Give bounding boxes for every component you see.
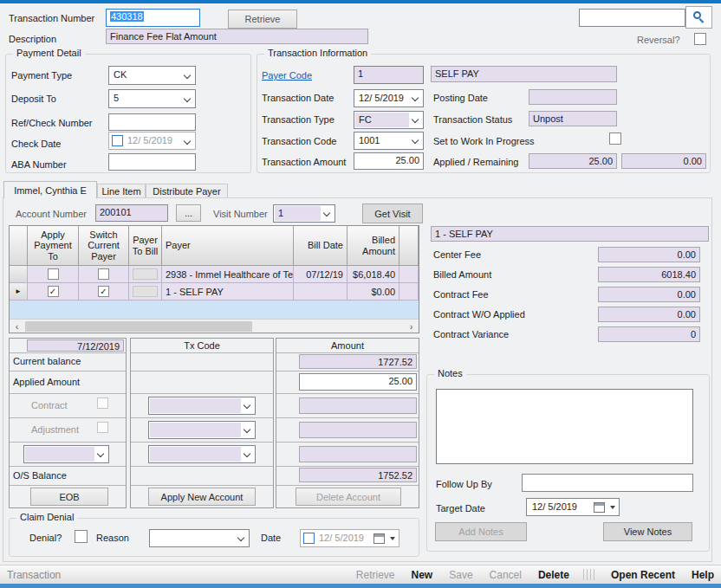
billed-amount-label: Billed Amount: [433, 269, 491, 280]
switch-payer-cell[interactable]: [79, 266, 129, 283]
notes-textarea[interactable]: [436, 389, 693, 464]
bill-date-cell[interactable]: [294, 283, 348, 300]
transaction-window: { "colors": { "accent_field": "#e3ddee",…: [0, 0, 721, 588]
eob-button[interactable]: EOB: [30, 488, 108, 506]
follow-up-by-input[interactable]: [522, 474, 693, 492]
row-selector-cell[interactable]: [10, 266, 28, 283]
contract-tx-code-dropdown[interactable]: [148, 397, 256, 415]
switch-payer-cell[interactable]: ✓: [79, 283, 129, 300]
status-delete[interactable]: Delete: [538, 569, 569, 581]
status-save[interactable]: Save: [449, 569, 472, 581]
status-new[interactable]: New: [412, 569, 433, 581]
add-notes-button[interactable]: Add Notes: [435, 522, 527, 541]
chevron-down-icon: [412, 116, 419, 123]
delete-account-button[interactable]: Delete Account: [296, 488, 401, 506]
scrollbar-thumb[interactable]: [25, 321, 252, 332]
contract-fee-value: 0.00: [598, 287, 700, 302]
visit-number-dropdown[interactable]: 1: [273, 204, 335, 223]
set-wip-checkbox[interactable]: [609, 132, 621, 145]
chevron-down-icon: [412, 137, 419, 144]
denial-date-picker[interactable]: 12/ 5/2019: [300, 529, 399, 547]
contract-amount-field[interactable]: [299, 397, 417, 414]
extra-tx-fill: [150, 447, 241, 462]
bill-date-cell[interactable]: 07/12/19: [294, 266, 348, 283]
col-billed-amount[interactable]: Billed Amount: [348, 226, 399, 266]
denial-date-checkbox[interactable]: [303, 533, 315, 544]
search-icon: [692, 10, 706, 24]
extra-tx-code-dropdown[interactable]: [148, 445, 256, 463]
apply-payment-checkbox[interactable]: ✓: [48, 286, 59, 297]
col-switch-current-payer[interactable]: Switch Current Payer: [79, 226, 129, 266]
status-cancel[interactable]: Cancel: [490, 569, 522, 581]
payment-type-dropdown[interactable]: CK: [108, 66, 196, 85]
applied-amount-input[interactable]: 25.00: [299, 373, 417, 391]
payer-to-bill-cell[interactable]: [129, 266, 162, 283]
transaction-code-dropdown[interactable]: 1001: [354, 132, 424, 150]
transaction-amount-input[interactable]: 25.00: [354, 152, 424, 170]
extra-row-dropdown[interactable]: [23, 445, 109, 463]
notes-group: Notes Follow Up By Target Date 12/ 5/201…: [426, 374, 710, 552]
adjustment-amount-field[interactable]: [299, 422, 417, 438]
payer-to-bill-cell[interactable]: [129, 283, 162, 300]
denial-checkbox[interactable]: [75, 530, 88, 543]
switch-payer-checkbox[interactable]: [98, 268, 109, 280]
claim-denial-title: Claim Denial: [16, 512, 77, 522]
aba-number-input[interactable]: [108, 153, 196, 171]
clipped-cell: [399, 283, 419, 300]
search-button[interactable]: [685, 6, 712, 29]
payer-cell[interactable]: 2938 - Immel Healthcare of Texa: [162, 266, 294, 283]
deposit-to-dropdown[interactable]: 5: [108, 89, 196, 108]
apply-new-account-button[interactable]: Apply New Account: [148, 488, 256, 506]
tab-patient[interactable]: Immel, Cynthia E: [3, 181, 97, 198]
payer-cell[interactable]: 1 - SELF PAY: [162, 283, 294, 300]
transaction-amount-label: Transaction Amount: [262, 157, 346, 167]
switch-payer-checkbox[interactable]: ✓: [98, 286, 109, 297]
col-payer-to-bill[interactable]: Payer To Bill: [129, 226, 162, 266]
transaction-number-input[interactable]: 430318: [106, 9, 200, 27]
apply-payment-checkbox[interactable]: [48, 268, 59, 280]
status-open-recent[interactable]: Open Recent: [611, 569, 675, 581]
ref-check-number-input[interactable]: [108, 113, 196, 131]
status-retrieve[interactable]: Retrieve: [356, 569, 395, 581]
account-browse-button[interactable]: ...: [176, 204, 201, 222]
retrieve-button[interactable]: Retrieve: [228, 10, 297, 29]
row-selector-cell[interactable]: ►: [10, 283, 28, 300]
claim-denial-group: Claim Denial Denial? Reason Date 12/ 5/2…: [9, 518, 419, 557]
adjustment-tx-code-dropdown[interactable]: [148, 421, 256, 439]
reversal-checkbox[interactable]: [694, 33, 706, 45]
grid-horizontal-scrollbar[interactable]: ‹ ›: [10, 319, 419, 333]
get-visit-button[interactable]: Get Visit: [362, 204, 423, 223]
follow-up-by-label: Follow Up By: [436, 479, 492, 489]
table-row[interactable]: ► ✓ ✓ 1 - SELF PAY $0.00: [10, 283, 419, 300]
col-payer[interactable]: Payer: [162, 226, 294, 266]
extra-amount-field[interactable]: [299, 446, 417, 462]
table-row[interactable]: 2938 - Immel Healthcare of Texa 07/12/19…: [10, 266, 419, 283]
billed-amount-cell[interactable]: $6,018.40: [348, 266, 399, 283]
transaction-status-field: Unpost: [529, 111, 617, 126]
tab-line-item[interactable]: Line Item: [97, 184, 146, 198]
payer-to-bill-field: [133, 268, 158, 280]
transaction-date-dropdown[interactable]: 12/ 5/2019: [354, 89, 424, 107]
target-date-picker[interactable]: 12/ 5/2019: [526, 498, 620, 516]
deposit-to-value: 5: [114, 93, 119, 103]
check-date-checkbox[interactable]: [112, 135, 123, 146]
view-notes-button[interactable]: View Notes: [603, 522, 692, 541]
contract-checkbox[interactable]: [97, 397, 108, 409]
tab-distribute-payer[interactable]: Distribute Payer: [146, 184, 228, 198]
adjustment-checkbox[interactable]: [97, 422, 108, 433]
scroll-left-icon[interactable]: ‹: [10, 320, 24, 333]
billed-amount-cell[interactable]: $0.00: [348, 283, 399, 300]
col-apply-payment-to[interactable]: Apply Payment To: [28, 226, 79, 266]
apply-payment-cell[interactable]: ✓: [28, 283, 79, 300]
account-number-field[interactable]: 200101: [95, 204, 168, 222]
apply-payment-cell[interactable]: [28, 266, 79, 283]
search-input[interactable]: [579, 9, 685, 27]
os-balance-value: 1752.52: [299, 468, 417, 482]
reason-dropdown[interactable]: [149, 529, 250, 547]
col-bill-date[interactable]: Bill Date: [294, 226, 348, 266]
transaction-type-dropdown[interactable]: FC: [354, 111, 424, 129]
status-help[interactable]: Help: [692, 569, 714, 581]
scroll-right-icon[interactable]: ›: [404, 320, 419, 333]
payer-code-link[interactable]: Payer Code: [262, 70, 312, 81]
check-date-picker[interactable]: 12/ 5/2019: [108, 132, 196, 150]
